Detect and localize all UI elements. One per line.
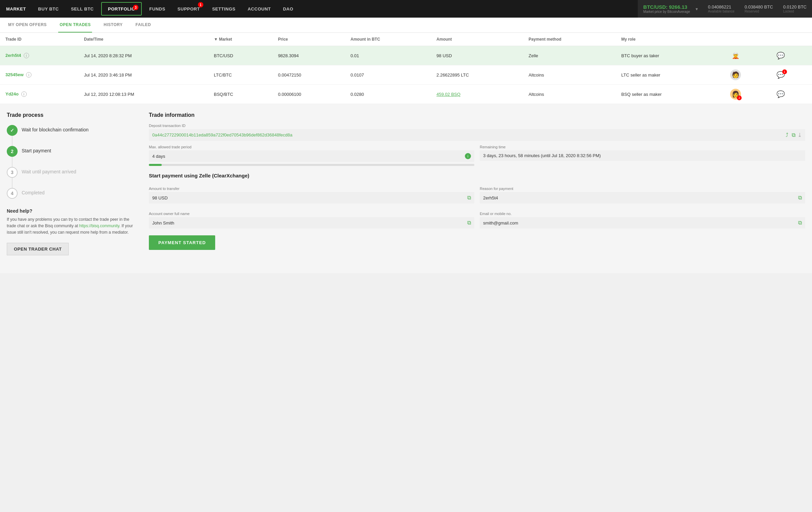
trade-role-cell: LTC seller as maker <box>616 65 725 85</box>
nav-funds[interactable]: FUNDS <box>143 0 171 18</box>
trade-info-icon[interactable]: i <box>21 91 27 97</box>
trade-market-cell: BTC/USD <box>208 46 273 65</box>
progress-bar-wrap <box>149 164 474 166</box>
help-text: If you have any problems you can try to … <box>7 216 135 236</box>
amount-label: Amount to transfer <box>149 187 474 191</box>
trade-id-cell: Yd24o i <box>0 85 78 104</box>
period-remaining-row: Max. allowed trade period 4 days i Remai… <box>149 141 805 166</box>
reason-input-wrap: 2erh5t4 ⧉ <box>480 192 805 204</box>
nav-sell-btc[interactable]: SELL BTC <box>65 0 100 18</box>
trade-process-title: Trade process <box>7 112 135 118</box>
open-trader-chat-button[interactable]: OPEN TRADER CHAT <box>7 243 69 255</box>
trade-chat-cell[interactable]: 💬 <box>771 85 812 104</box>
reason-copy-icon[interactable]: ⧉ <box>798 195 802 201</box>
step-4: 4 Completed <box>7 188 135 199</box>
trade-chat-cell[interactable]: 💬 1 <box>771 65 812 85</box>
nav-support[interactable]: Support 1 <box>172 0 206 18</box>
nav-settings[interactable]: Settings <box>206 0 242 18</box>
chat-icon[interactable]: 💬 <box>776 90 785 98</box>
external-link-icon[interactable]: ⤴ <box>786 132 788 138</box>
col-role: My role <box>616 33 725 46</box>
trade-process-panel: Trade process ✓ Wait for blockchain conf… <box>7 112 149 265</box>
portfolio-tabs: MY OPEN OFFERS OPEN TRADES HISTORY FAILE… <box>0 18 812 33</box>
trade-amount-cell: 98 USD <box>431 46 523 65</box>
tab-failed[interactable]: FAILED <box>134 18 153 33</box>
reason-col: Reason for payment 2erh5t4 ⧉ <box>480 183 805 204</box>
period-info-icon[interactable]: i <box>465 153 471 159</box>
col-price: Price <box>273 33 345 46</box>
trade-avatar-cell: 🧑 <box>725 65 771 85</box>
chat-icon[interactable]: 💬 <box>776 51 785 60</box>
trade-info-icon[interactable]: i <box>24 53 29 58</box>
owner-copy-icon[interactable]: ⧉ <box>467 220 471 226</box>
step-4-label: Completed <box>22 188 45 195</box>
amount-reason-row: Amount to transfer 98 USD ⧉ Reason for p… <box>149 183 805 204</box>
portfolio-badge: 3 <box>133 5 138 10</box>
table-row[interactable]: 2erh5t4 i Jul 14, 2020 8:28:32 PM BTC/US… <box>0 46 812 65</box>
price-dropdown-icon[interactable]: ▾ <box>696 6 698 12</box>
reserved-balance: 0.038480 BTC Reserved <box>745 4 773 13</box>
step-2-label: Start payment <box>22 146 51 153</box>
trades-table-section: Trade ID Date/Time ▼ Market Price Amount… <box>0 33 812 104</box>
help-link[interactable]: https://bisq.community <box>79 223 119 228</box>
owner-col: Account owner full name John Smith ⧉ <box>149 208 474 229</box>
copy-icon[interactable]: ⧉ <box>792 132 795 138</box>
trade-id-cell: 2erh5t4 i <box>0 46 78 65</box>
drag-icon[interactable]: ⤓ <box>797 132 802 138</box>
col-chat <box>771 33 812 46</box>
nav-portfolio[interactable]: PORTFOLIO 3 <box>101 2 142 16</box>
help-section: Need help? If you have any problems you … <box>7 208 135 255</box>
nav-buy-btc[interactable]: BUY BTC <box>32 0 65 18</box>
bottom-section: Trade process ✓ Wait for blockchain conf… <box>0 104 812 273</box>
amount-input-wrap: 98 USD ⧉ <box>149 192 474 204</box>
step-1: ✓ Wait for blockchain confirmation <box>7 125 135 136</box>
remaining-value: 3 days, 23 hours, 58 minutes (until Jul … <box>480 150 805 161</box>
trade-chat-cell[interactable]: 💬 <box>771 46 812 65</box>
owner-email-row: Account owner full name John Smith ⧉ Ema… <box>149 208 805 229</box>
deposit-tx-label: Deposit transaction ID <box>149 124 805 128</box>
price-balance-bar: BTC/USD: 9266.13 Market price by Bitcoin… <box>638 0 812 18</box>
top-navigation: MARKET BUY BTC SELL BTC PORTFOLIO 3 FUND… <box>0 0 812 18</box>
amount-copy-icon[interactable]: ⧉ <box>467 195 471 201</box>
col-market: ▼ Market <box>208 33 273 46</box>
trade-amount-cell: 2.26622895 LTC <box>431 65 523 85</box>
trade-market-cell: LTC/BTC <box>208 65 273 85</box>
payment-started-button[interactable]: PAYMENT STARTED <box>149 235 215 250</box>
nav-account[interactable]: Account <box>242 0 277 18</box>
table-row[interactable]: Yd24o i Jul 12, 2020 12:08:13 PM BSQ/BTC… <box>0 85 812 104</box>
step-connector-1 <box>12 136 13 146</box>
trade-datetime-cell: Jul 12, 2020 12:08:13 PM <box>78 85 208 104</box>
step-4-icon: 4 <box>7 188 18 199</box>
amount-value: 98 USD <box>152 195 168 200</box>
max-period-col: Max. allowed trade period 4 days i <box>149 141 474 166</box>
nav-market[interactable]: MARKET <box>0 0 32 18</box>
email-input-wrap: smith@gmail.com ⧉ <box>480 217 805 229</box>
reason-value: 2erh5t4 <box>483 195 498 200</box>
step-3: 3 Wait until payment arrived <box>7 167 135 178</box>
deposit-tx-value-row: 0a44c27722900014b11eda859a722f0ed70543b9… <box>149 129 805 141</box>
tab-open-trades[interactable]: OPEN TRADES <box>58 18 92 33</box>
trade-datetime-cell: Jul 14, 2020 3:46:18 PM <box>78 65 208 85</box>
col-amount-btc: Amount in BTC <box>345 33 431 46</box>
tab-open-offers[interactable]: MY OPEN OFFERS <box>7 18 48 33</box>
trade-payment-cell: Zelle <box>523 46 616 65</box>
trades-table: Trade ID Date/Time ▼ Market Price Amount… <box>0 33 812 104</box>
max-period-value-row: 4 days i <box>149 150 474 162</box>
chat-icon[interactable]: 💬 1 <box>776 71 785 79</box>
email-copy-icon[interactable]: ⧉ <box>798 220 802 226</box>
trade-role-cell: BSQ seller as maker <box>616 85 725 104</box>
step-connector-2 <box>12 157 13 167</box>
trade-info-icon[interactable]: i <box>26 72 31 78</box>
price-source-label: Market price by BitcoinAverage <box>643 10 690 14</box>
table-header-row: Trade ID Date/Time ▼ Market Price Amount… <box>0 33 812 46</box>
btc-price: BTC/USD: 9266.13 <box>643 4 690 10</box>
trade-amount-btc-cell: 0.01 <box>345 46 431 65</box>
table-row[interactable]: 32545ew i Jul 14, 2020 3:46:18 PM LTC/BT… <box>0 65 812 85</box>
tab-history[interactable]: HISTORY <box>102 18 124 33</box>
trade-info-panel: Trade information Deposit transaction ID… <box>149 112 805 265</box>
nav-dao[interactable]: DAO <box>277 0 299 18</box>
support-badge: 1 <box>198 2 203 7</box>
max-period-label: Max. allowed trade period <box>149 145 474 149</box>
trade-price-cell: 0.00006100 <box>273 85 345 104</box>
trade-price-cell: 9828.3094 <box>273 46 345 65</box>
